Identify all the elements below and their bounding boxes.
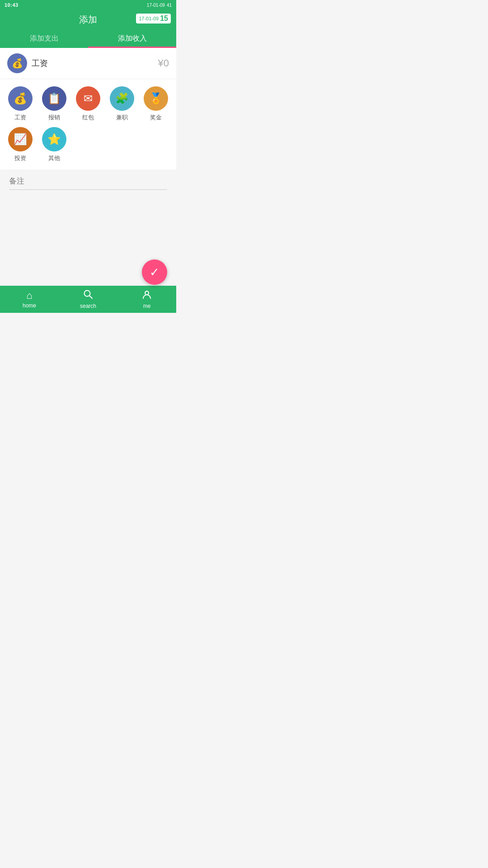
category-label-other: 其他 bbox=[48, 154, 60, 162]
nav-home[interactable]: ⌂ home bbox=[0, 286, 59, 313]
home-icon: ⌂ bbox=[26, 290, 32, 302]
category-icon-investment: 📈 bbox=[8, 127, 33, 151]
selected-category-row: 💰 工资 ¥0 bbox=[0, 48, 176, 79]
me-icon bbox=[142, 289, 152, 302]
header-date-text: 17-01-09 bbox=[139, 16, 159, 21]
category-label-redpacket: 红包 bbox=[82, 113, 94, 122]
category-item-parttime[interactable]: 🧩 兼职 bbox=[106, 86, 138, 122]
nav-search[interactable]: search bbox=[59, 286, 117, 313]
tab-expense[interactable]: 添加支出 bbox=[0, 29, 88, 48]
category-icon-bonus: 🏅 bbox=[144, 86, 168, 111]
category-item-investment[interactable]: 📈 投资 bbox=[5, 127, 37, 162]
note-input[interactable] bbox=[9, 177, 167, 190]
category-label-bonus: 奖金 bbox=[150, 113, 162, 122]
category-icon-parttime: 🧩 bbox=[110, 86, 134, 111]
check-icon: ✓ bbox=[150, 265, 160, 279]
note-section bbox=[0, 170, 176, 193]
status-battery: 41 bbox=[167, 3, 172, 8]
status-time: 10:43 bbox=[5, 2, 19, 8]
status-date: 17-01-09 bbox=[147, 3, 165, 8]
tabs: 添加支出 添加收入 bbox=[0, 29, 176, 48]
svg-line-1 bbox=[89, 296, 92, 298]
category-grid: 💰 工资 📋 报销 ✉ 红包 🧩 兼职 🏅 奖金 📈 投资 ⭐ 其他 bbox=[0, 79, 176, 170]
category-label-parttime: 兼职 bbox=[116, 113, 128, 122]
category-icon-salary: 💰 bbox=[8, 86, 33, 111]
category-label-salary: 工资 bbox=[14, 113, 26, 122]
search-label: search bbox=[80, 303, 96, 309]
status-bar: 10:43 17-01-09 41 bbox=[0, 0, 176, 10]
category-item-salary[interactable]: 💰 工资 bbox=[5, 86, 37, 122]
header: 添加 17-01-09 15 bbox=[0, 10, 176, 29]
amount-display: ¥0 bbox=[158, 57, 169, 69]
status-right: 17-01-09 41 bbox=[147, 3, 172, 8]
category-label-investment: 投资 bbox=[14, 154, 26, 162]
nav-me[interactable]: me bbox=[117, 286, 176, 313]
selected-category-left: 💰 工资 bbox=[7, 53, 48, 73]
header-date-num: 15 bbox=[160, 14, 168, 23]
category-item-other[interactable]: ⭐ 其他 bbox=[38, 127, 70, 162]
category-item-reimbursement[interactable]: 📋 报销 bbox=[38, 86, 70, 122]
selected-category-label: 工资 bbox=[32, 58, 48, 69]
category-icon-redpacket: ✉ bbox=[76, 86, 100, 111]
category-icon-reimbursement: 📋 bbox=[42, 86, 66, 111]
header-date: 17-01-09 15 bbox=[136, 14, 171, 24]
category-item-redpacket[interactable]: ✉ 红包 bbox=[72, 86, 104, 122]
category-label-reimbursement: 报销 bbox=[48, 113, 60, 122]
confirm-fab[interactable]: ✓ bbox=[142, 259, 167, 285]
tab-income[interactable]: 添加收入 bbox=[88, 29, 176, 48]
me-label: me bbox=[143, 303, 151, 309]
selected-category-icon: 💰 bbox=[7, 53, 27, 73]
category-icon-other: ⭐ bbox=[42, 127, 66, 151]
search-icon bbox=[83, 289, 93, 302]
category-item-bonus[interactable]: 🏅 奖金 bbox=[140, 86, 172, 122]
bottom-nav: ⌂ home search me bbox=[0, 286, 176, 313]
svg-point-2 bbox=[145, 291, 149, 295]
home-label: home bbox=[23, 302, 36, 309]
